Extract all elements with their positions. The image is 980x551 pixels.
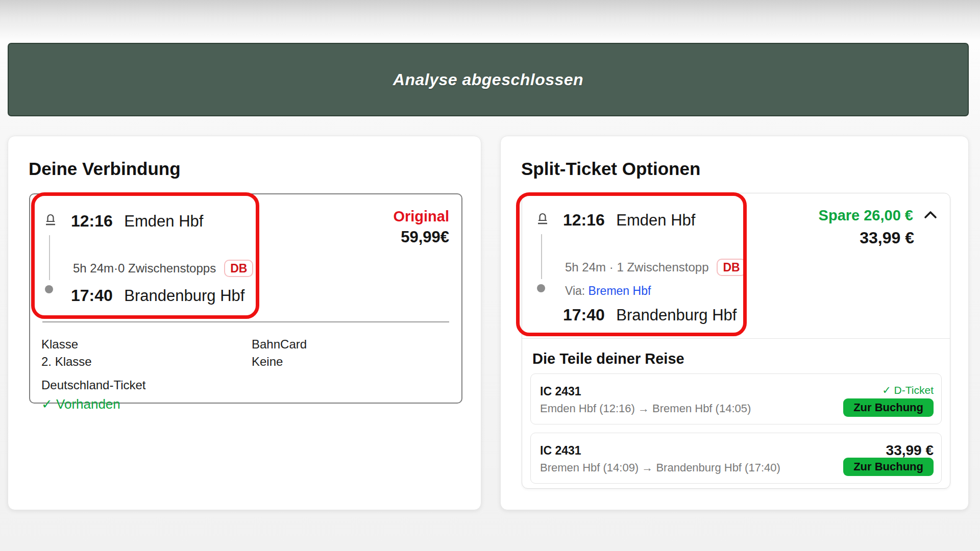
booking-button[interactable]: Zur Buchung bbox=[843, 398, 934, 417]
departure-time: 12:16 bbox=[563, 211, 605, 229]
arrival-time: 17:40 bbox=[563, 306, 605, 324]
connection-summary-card: 12:16 Emden Hbf 5h 24m·0 Zwischenstopps … bbox=[29, 193, 462, 404]
analysis-status-text: Analyse abgeschlossen bbox=[393, 70, 583, 89]
segment-train: IC 2431 bbox=[540, 443, 780, 458]
segment-route: Bremen Hbf (14:09) → Brandenburg Hbf (17… bbox=[540, 461, 780, 475]
carrier-badge: DB bbox=[224, 260, 253, 277]
bell-icon bbox=[535, 211, 550, 228]
dticket-label: Deutschland-Ticket bbox=[41, 378, 449, 393]
segment-card: IC 2431 Emden Hbf (12:16) → Bremen Hbf (… bbox=[530, 373, 942, 424]
split-option-card: 12:16 Emden Hbf 5h 24m · 1 Zwischenstopp… bbox=[522, 193, 950, 489]
journey-timeline bbox=[49, 235, 50, 280]
via-label: Via: bbox=[565, 284, 585, 297]
journey-timeline bbox=[541, 234, 542, 279]
departure-row: 12:16 Emden Hbf bbox=[71, 212, 449, 233]
original-price-value: 59,99€ bbox=[393, 228, 449, 246]
your-connection-title: Deine Verbindung bbox=[29, 159, 481, 179]
duration-text: 5h 24m·0 Zwischenstopps bbox=[73, 260, 216, 277]
segment-dticket-status: ✓ D-Ticket bbox=[882, 384, 934, 396]
via-station-link[interactable]: Bremen Hbf bbox=[589, 284, 651, 297]
journey-parts-title: Die Teile deiner Reise bbox=[532, 350, 942, 367]
chevron-up-icon bbox=[923, 210, 938, 221]
arrival-time: 17:40 bbox=[71, 286, 113, 305]
connection-journey: 12:16 Emden Hbf 5h 24m·0 Zwischenstopps … bbox=[42, 212, 449, 308]
arrival-row: 17:40 Brandenburg Hbf bbox=[563, 306, 939, 327]
segment-price: 33,99 € bbox=[886, 443, 934, 458]
bell-icon bbox=[43, 212, 58, 229]
duration-text: 5h 24m · 1 Zwischenstopp bbox=[565, 259, 708, 276]
connection-details: Klasse BahnCard 2. Klasse Keine Deutschl… bbox=[30, 322, 461, 412]
arrival-row: 17:40 Brandenburg Hbf bbox=[71, 286, 449, 308]
segment-card: IC 2431 Bremen Hbf (14:09) → Brandenburg… bbox=[530, 433, 942, 484]
collapse-option-button[interactable] bbox=[923, 210, 938, 221]
split-ticket-options-card: Split-Ticket Optionen 12:16 Emden Hbf 5h bbox=[500, 136, 969, 510]
arrival-dot-icon bbox=[45, 285, 53, 293]
duration-row: 5h 24m · 1 Zwischenstopp DB bbox=[565, 259, 939, 276]
via-row: Via: Bremen Hbf bbox=[565, 283, 939, 298]
dticket-status: ✓ Vorhanden bbox=[41, 396, 449, 412]
savings-price-block: Spare 26,00 € 33,99 € bbox=[819, 207, 938, 247]
journey-parts-section: Die Teile deiner Reise IC 2431 Emden Hbf… bbox=[522, 338, 950, 484]
your-connection-card: Deine Verbindung 12:16 Emden Hbf 5h 24m·… bbox=[8, 136, 481, 510]
class-value: 2. Klasse bbox=[41, 354, 252, 369]
via-dot-icon bbox=[537, 284, 545, 292]
analysis-status-banner: Analyse abgeschlossen bbox=[8, 43, 969, 116]
booking-button[interactable]: Zur Buchung bbox=[843, 458, 934, 476]
split-ticket-options-title: Split-Ticket Optionen bbox=[521, 159, 968, 179]
original-price-label: Original bbox=[393, 208, 449, 225]
segment-train: IC 2431 bbox=[540, 384, 751, 398]
bahncard-label: BahnCard bbox=[252, 337, 449, 352]
carrier-badge: DB bbox=[717, 259, 746, 276]
duration-row: 5h 24m·0 Zwischenstopps DB bbox=[73, 260, 449, 277]
original-price-block: Original 59,99€ bbox=[393, 208, 449, 246]
departure-time: 12:16 bbox=[71, 212, 113, 230]
segment-route: Emden Hbf (12:16) → Bremen Hbf (14:05) bbox=[540, 402, 751, 416]
departure-station: Emden Hbf bbox=[124, 212, 203, 230]
bahncard-value: Keine bbox=[252, 354, 449, 369]
arrival-station: Brandenburg Hbf bbox=[124, 287, 244, 305]
arrival-station: Brandenburg Hbf bbox=[616, 306, 737, 324]
departure-station: Emden Hbf bbox=[616, 211, 695, 229]
split-option-summary[interactable]: 12:16 Emden Hbf 5h 24m · 1 Zwischenstopp… bbox=[522, 193, 950, 338]
split-total-price: 33,99 € bbox=[819, 228, 938, 247]
class-label: Klasse bbox=[41, 337, 252, 352]
savings-amount: Spare 26,00 € bbox=[819, 207, 913, 224]
